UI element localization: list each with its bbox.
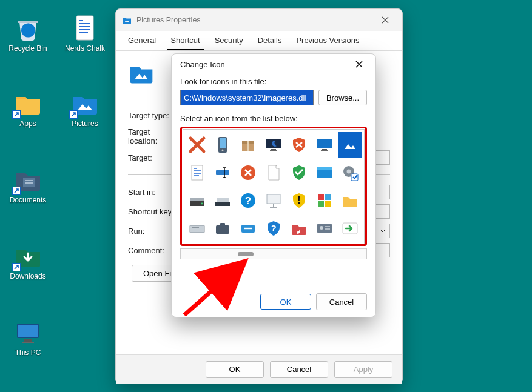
select-icon-label: Select an icon from the list below: <box>180 114 367 123</box>
desktop-icon-nerds-chalk[interactable]: Nerds Chalk <box>59 13 110 53</box>
desktop-icon-label: Nerds Chalk <box>65 44 105 53</box>
projector-screen-icon <box>264 191 283 210</box>
icon-path-input[interactable] <box>180 90 314 105</box>
icon-option[interactable] <box>262 132 285 158</box>
icon-option[interactable] <box>211 216 234 241</box>
desktop-icon-apps[interactable]: Apps <box>2 88 53 128</box>
icon-option[interactable] <box>211 132 234 158</box>
tab-details[interactable]: Details <box>254 31 286 50</box>
properties-cancel-button[interactable]: Cancel <box>270 361 328 378</box>
monitor-blue-icon <box>315 136 334 154</box>
phone-icon <box>214 136 232 154</box>
tab-security[interactable]: Security <box>211 31 247 50</box>
recycle-bin-icon <box>13 13 42 42</box>
properties-apply-button[interactable]: Apply <box>334 361 392 378</box>
svg-rect-37 <box>325 194 331 200</box>
icon-option[interactable] <box>186 216 209 241</box>
icon-option[interactable] <box>237 160 260 185</box>
svg-rect-41 <box>192 227 199 228</box>
icon-option[interactable] <box>262 188 285 213</box>
help-circle-icon: ? <box>239 191 257 210</box>
scrollbar-thumb[interactable] <box>238 252 254 256</box>
icon-option[interactable] <box>338 160 362 185</box>
pictures-folder-icon <box>70 88 99 118</box>
window-titlebar[interactable]: Pictures Properties <box>116 9 402 31</box>
browse-button[interactable]: Browse... <box>318 90 367 105</box>
desktop-icon-this-pc[interactable]: This PC <box>2 317 53 357</box>
svg-point-48 <box>320 226 323 230</box>
svg-rect-39 <box>325 201 331 207</box>
window-close-button[interactable] <box>373 12 397 28</box>
icon-option[interactable] <box>313 216 336 241</box>
icon-option[interactable] <box>313 188 336 213</box>
change-icon-cancel-button[interactable]: Cancel <box>316 293 367 310</box>
desktop-icon-documents[interactable]: Documents <box>2 165 53 205</box>
svg-rect-13 <box>271 149 276 150</box>
change-icon-ok-button[interactable]: OK <box>260 294 311 310</box>
annotation-highlight-box: ? ! ? <box>180 127 367 246</box>
icon-option[interactable] <box>237 216 260 241</box>
tab-previous-versions[interactable]: Previous Versions <box>292 31 363 50</box>
monitor-moon-icon <box>264 136 283 154</box>
shield-question-blue-icon: ? <box>264 219 283 238</box>
contact-card-icon <box>315 219 334 238</box>
icon-option[interactable] <box>338 132 362 158</box>
icon-option[interactable] <box>288 132 311 158</box>
desktop-icon-pictures[interactable]: Pictures <box>59 88 110 128</box>
properties-ok-button[interactable]: OK <box>206 361 264 378</box>
svg-point-8 <box>222 150 224 151</box>
tab-general[interactable]: General <box>124 31 160 50</box>
icon-option[interactable] <box>186 188 209 213</box>
pictures-folder-icon <box>128 59 155 86</box>
desktop-icon-label: Pictures <box>72 119 98 128</box>
svg-point-46 <box>297 231 299 234</box>
picture-app-icon <box>341 136 359 154</box>
icon-option[interactable] <box>186 132 209 158</box>
icon-option[interactable] <box>313 160 336 185</box>
icon-option[interactable] <box>338 188 362 213</box>
icon-option[interactable]: ? <box>237 188 260 213</box>
svg-rect-38 <box>318 201 324 207</box>
desktop-icon-label: This PC <box>15 348 41 357</box>
icon-option[interactable] <box>288 160 311 185</box>
dialog-titlebar[interactable]: Change Icon <box>172 54 375 75</box>
shield-warning-yellow-icon: ! <box>290 191 308 210</box>
svg-rect-40 <box>190 225 204 233</box>
tab-shortcut[interactable]: Shortcut <box>167 31 203 50</box>
icon-option[interactable] <box>211 188 234 213</box>
desktop-icon-downloads[interactable]: Downloads <box>2 241 53 281</box>
run-dialog-icon <box>239 219 257 238</box>
svg-text:?: ? <box>245 195 251 207</box>
error-circle-icon <box>239 164 257 182</box>
icon-option[interactable] <box>237 132 260 158</box>
red-x-icon <box>188 136 206 154</box>
document-blank-icon <box>264 164 283 182</box>
desktop-icon-recycle-bin[interactable]: Recycle Bin <box>2 13 53 53</box>
icon-option[interactable] <box>262 160 285 185</box>
svg-rect-34 <box>267 194 280 204</box>
close-icon <box>355 60 363 68</box>
icon-grid: ? ! ? <box>183 129 365 244</box>
shortcut-arrow-icon <box>69 110 78 119</box>
icon-option[interactable] <box>338 216 362 241</box>
svg-rect-7 <box>220 138 226 148</box>
icon-option[interactable]: ! <box>288 188 311 213</box>
music-folder-icon <box>290 219 308 238</box>
icon-option[interactable] <box>313 132 336 158</box>
icon-option[interactable] <box>211 160 234 185</box>
shortcut-arrow-icon <box>12 187 21 195</box>
desktop-icon-label: Apps <box>19 119 36 128</box>
icon-option[interactable] <box>288 216 311 241</box>
svg-text:!: ! <box>297 195 300 205</box>
svg-rect-43 <box>220 223 225 225</box>
icon-option[interactable]: ? <box>262 216 285 241</box>
svg-rect-20 <box>216 170 229 175</box>
shield-orange-x-icon <box>290 136 308 154</box>
svg-rect-31 <box>217 198 229 202</box>
dialog-close-button[interactable] <box>351 56 367 72</box>
shield-check-green-icon <box>290 164 308 182</box>
folder-icon <box>341 191 359 210</box>
icon-grid-scrollbar[interactable] <box>180 248 367 259</box>
svg-rect-19 <box>192 165 203 180</box>
icon-option[interactable] <box>186 160 209 185</box>
